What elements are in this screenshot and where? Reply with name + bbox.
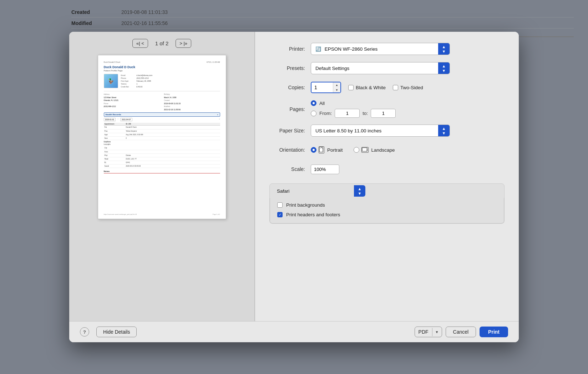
portrait-radio[interactable]: [311, 147, 316, 153]
presets-label: Presets:: [269, 65, 305, 71]
bw-label: Black & White: [356, 85, 386, 90]
orientation-row: Orientation: Portrait: [269, 143, 505, 156]
safari-dropdown: Safari ▲ ▼: [270, 184, 504, 198]
preview-subtitle: Patient Profile Page: [104, 70, 220, 72]
chevron-up-icon3: ▲: [442, 126, 446, 131]
presets-select[interactable]: Default Settings ▲ ▼: [311, 62, 450, 74]
copies-increment-button[interactable]: ▲: [333, 82, 340, 87]
landscape-label: Landscape: [371, 147, 395, 153]
paper-size-label: Paper Size:: [269, 128, 305, 133]
chevron-down-icon3: ▼: [442, 131, 446, 135]
copies-input-wrapper: ▲ ▼: [311, 82, 341, 93]
pages-to-input[interactable]: [371, 109, 396, 118]
preview-data-rows: PatDonald D Duck PracYellow Emperor Appt…: [104, 126, 220, 140]
print-headers-row: ✓ Print headers and footers: [277, 212, 497, 217]
dialog-footer: ? Hide Details PDF ▼ Cancel Print: [69, 321, 519, 342]
pages-from-label: From:: [319, 111, 332, 116]
printer-row: Printer: 🔄 EPSON WF-2860 Series ▲ ▼: [269, 42, 505, 55]
presets-row: Presets: Default Settings ▲ ▼: [269, 62, 505, 75]
preview-info: 🦆 Email:d.duck@disney.com Phone:(612) 55…: [104, 74, 220, 88]
preview-header-date: 4/7/21, 11:38 AM: [207, 61, 220, 63]
safari-dropdown-arrow[interactable]: ▲ ▼: [354, 185, 365, 197]
dialog-content: «| < 1 of 2 > |» Duck Donald D Duck 4/7/…: [69, 32, 519, 321]
chevron-up-icon2: ▲: [442, 64, 446, 68]
cancel-button[interactable]: Cancel: [446, 327, 476, 337]
print-bg-row: Print backgrounds: [277, 202, 497, 208]
pdf-button[interactable]: PDF ▼: [415, 327, 442, 337]
chevron-up-icon: ▲: [442, 45, 446, 49]
pdf-label: PDF: [415, 327, 432, 337]
preview-details: Email:d.duck@disney.com Phone:(612) 555-…: [121, 74, 220, 88]
preview-avatar: 🦆: [104, 74, 118, 88]
copies-control: ▲ ▼ Black & White Two-Sided: [311, 82, 505, 93]
preview-data-rows2: City Acus PhytDictate HeadDU20, LU9, YT …: [104, 146, 220, 168]
preview-health-header: Health Records +: [104, 112, 220, 117]
chevron-down-icon2: ▼: [442, 69, 446, 73]
pages-from-input[interactable]: [335, 109, 360, 118]
paper-size-row: Paper Size: US Letter 8.50 by 11.00 inch…: [269, 124, 505, 137]
copies-decrement-button[interactable]: ▼: [333, 87, 340, 92]
safari-select[interactable]: Safari ▲ ▼: [273, 185, 365, 197]
printer-select[interactable]: 🔄 EPSON WF-2860 Series ▲ ▼: [311, 43, 450, 55]
footer-right: PDF ▼ Cancel Print: [415, 327, 508, 337]
landscape-radio[interactable]: [354, 147, 359, 153]
preview-notes-label: Notes: [104, 170, 220, 173]
scale-control: [311, 165, 505, 174]
pages-range-row: From: to:: [311, 109, 396, 118]
pages-control: All From: to:: [311, 100, 505, 118]
pages-range-radio[interactable]: [311, 111, 316, 116]
scale-label: Scale:: [269, 166, 305, 172]
copies-spinner: ▲ ▼: [333, 82, 340, 92]
preview-header: Duck Donald D Duck 4/7/21, 11:38 AM: [104, 61, 220, 63]
print-bg-checkbox[interactable]: [277, 202, 283, 208]
pdf-dropdown-arrow[interactable]: ▼: [432, 328, 442, 336]
chevron-down-icon: ▼: [442, 49, 446, 54]
preview-nav: «| < 1 of 2 > |»: [132, 39, 191, 48]
copies-row: Copies: ▲ ▼ Black & White: [269, 81, 505, 94]
print-headers-label: Print headers and footers: [286, 212, 340, 217]
paper-size-dropdown-arrow[interactable]: ▲ ▼: [438, 125, 450, 136]
preview-table-header: Appointment ID: 280: [104, 123, 220, 126]
printer-dropdown-arrow[interactable]: ▲ ▼: [438, 43, 450, 55]
portrait-label: Portrait: [327, 147, 343, 153]
pages-all-label: All: [319, 101, 325, 106]
first-prev-button[interactable]: «| <: [132, 39, 148, 48]
paper-size-select[interactable]: US Letter 8.50 by 11.00 inches ▲ ▼: [311, 125, 450, 137]
preview-panel: «| < 1 of 2 > |» Duck Donald D Duck 4/7/…: [69, 32, 255, 321]
paper-size-value: US Letter 8.50 by 11.00 inches: [311, 126, 438, 136]
two-sided-label: Two-Sided: [400, 85, 423, 90]
pages-all-radio[interactable]: [311, 100, 316, 106]
copies-input[interactable]: [311, 83, 333, 92]
preview-page: Duck Donald D Duck 4/7/21, 11:38 AM Duck…: [98, 55, 226, 219]
presets-value: Default Settings: [311, 64, 438, 73]
copies-label: Copies:: [269, 85, 305, 90]
landscape-icon: [361, 147, 369, 153]
next-last-button[interactable]: > |»: [176, 39, 191, 48]
settings-panel: Printer: 🔄 EPSON WF-2860 Series ▲ ▼: [255, 32, 519, 321]
paper-size-control: US Letter 8.50 by 11.00 inches ▲ ▼: [311, 125, 505, 137]
modal-overlay: «| < 1 of 2 > |» Duck Donald D Duck 4/7/…: [0, 0, 588, 374]
preview-date-range: 2020-01-01 → 2021-04-07 +: [104, 118, 220, 121]
preview-addr-col2: Birthday March 14, 1936 Created 2019-09-…: [164, 93, 220, 111]
presets-control: Default Settings ▲ ▼: [311, 62, 505, 74]
print-button[interactable]: Print: [480, 327, 508, 337]
preview-addr-col: Address 123 Main Street Orlando, FL 1212…: [104, 93, 160, 111]
hide-details-button[interactable]: Hide Details: [96, 327, 137, 337]
portrait-icon: [319, 146, 324, 153]
scale-input[interactable]: [311, 165, 339, 174]
chevron-up-icon4: ▲: [358, 187, 362, 191]
pages-row: Pages: All From: to:: [269, 100, 505, 118]
preview-subj-label: SubjNote: [104, 141, 220, 143]
print-headers-checkbox[interactable]: ✓: [277, 212, 283, 217]
bw-checkbox[interactable]: [348, 85, 354, 90]
help-button[interactable]: ?: [80, 327, 89, 337]
safari-options: Print backgrounds ✓ Print headers and fo…: [270, 198, 504, 223]
pages-options: All From: to:: [311, 100, 396, 118]
portrait-option: Portrait: [311, 146, 343, 153]
printer-label: Printer:: [269, 46, 305, 52]
bw-option: Black & White: [348, 85, 386, 90]
two-sided-checkbox[interactable]: [393, 85, 398, 90]
first-prev-icon: «| <: [136, 41, 144, 46]
preview-notes: Notes: [104, 170, 220, 173]
presets-dropdown-arrow[interactable]: ▲ ▼: [438, 62, 450, 74]
